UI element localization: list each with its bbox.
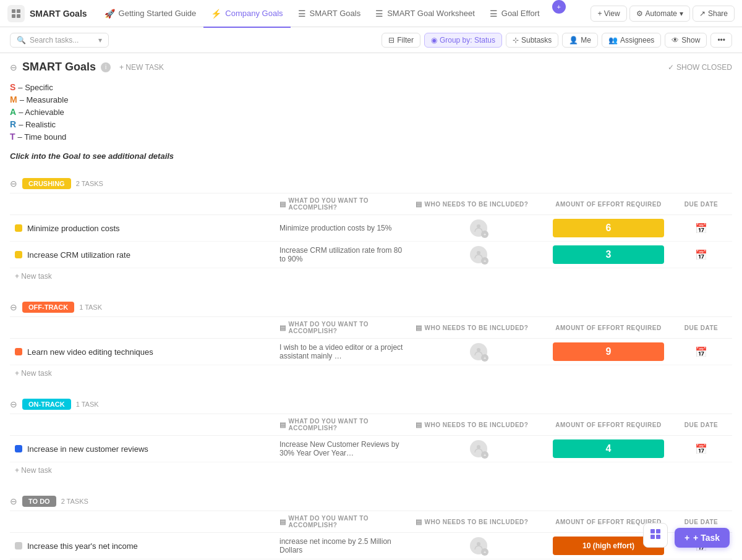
grid-view-button[interactable]: [643, 523, 668, 548]
new-task-row[interactable]: + New task: [10, 268, 732, 284]
table-row[interactable]: Learn new video editing techniques I wis…: [10, 339, 732, 365]
tab-smart-goals[interactable]: ☰ SMART Goals: [291, 1, 369, 28]
me-button[interactable]: 👤 Me: [562, 33, 598, 48]
subtasks-icon: ⊹: [513, 36, 519, 45]
col-who-to-do: ▤ Who needs to be included?: [411, 514, 547, 530]
task-name-cell: Minimize production costs: [10, 224, 275, 233]
task-what-cell: I wish to be a video editor or a project…: [275, 343, 411, 360]
subtasks-button[interactable]: ⊹ Subtasks: [506, 33, 558, 48]
app-icon: [7, 5, 25, 22]
assignees-icon: 👥: [608, 36, 618, 45]
svg-rect-10: [650, 529, 655, 533]
status-badge-on-track: ON-TRACK: [22, 399, 71, 410]
col-name-on-track: [10, 417, 275, 433]
table-row[interactable]: Minimize production costs Minimize produ…: [10, 215, 732, 242]
group-by-button[interactable]: ◉ Group by: Status: [424, 33, 502, 48]
calendar-icon[interactable]: 📅: [695, 346, 707, 358]
show-closed-button[interactable]: ✓ SHOW CLOSED: [668, 63, 732, 72]
automate-button[interactable]: ⚙ Automate ▾: [629, 6, 690, 22]
view-button[interactable]: + View: [591, 6, 626, 22]
effort-badge: 3: [553, 245, 664, 264]
share-icon: ↗: [699, 9, 706, 18]
table-row[interactable]: Increase CRM utilization rate Increase C…: [10, 242, 732, 268]
filter-button[interactable]: ⊟ Filter: [382, 33, 420, 48]
group-icon: ◉: [431, 36, 437, 45]
avatar: +: [470, 246, 487, 263]
tab-getting-started[interactable]: 🚀 Getting Started Guide: [97, 1, 204, 28]
calendar-icon[interactable]: 📅: [695, 443, 707, 455]
top-nav: SMART Goals 🚀 Getting Started Guide ⚡ Co…: [0, 0, 742, 27]
task-who-cell: +: [411, 537, 547, 554]
task-who-cell: +: [411, 219, 547, 237]
task-name-text: Minimize production costs: [27, 224, 120, 233]
plus-icon[interactable]: +: [552, 0, 566, 14]
more-button[interactable]: •••: [710, 33, 732, 48]
who-icon: ▤: [416, 324, 422, 332]
new-task-button[interactable]: + NEW TASK: [116, 62, 168, 73]
task-name-cell: Increase this year's net income: [10, 541, 275, 551]
col-due-off-track: Due Date: [670, 320, 732, 336]
status-group-off-track: ⊖ OFF-TRACK 1 TASK ▤ What do you want to…: [10, 297, 732, 381]
calendar-icon[interactable]: 📅: [695, 223, 707, 234]
svg-rect-12: [650, 535, 655, 539]
task-name-cell: Increase in new customer reviews: [10, 444, 275, 454]
col-who-on-track: ▤ Who needs to be included?: [411, 417, 547, 433]
info-icon[interactable]: i: [101, 62, 111, 72]
table-row[interactable]: Increase in new customer reviews Increas…: [10, 436, 732, 462]
task-name-text: Increase in new customer reviews: [27, 444, 148, 454]
col-what-off-track: ▤ What do you want to accomplish?: [275, 320, 411, 336]
task-name-text: Learn new video editing techniques: [27, 347, 153, 357]
svg-point-5: [477, 251, 480, 255]
section-collapse-btn[interactable]: ⊖: [10, 62, 17, 72]
col-name-to-do: [10, 514, 275, 530]
eye-icon: 👁: [672, 36, 679, 45]
status-badge-to-do: TO DO: [22, 496, 56, 507]
group-collapse-to-do[interactable]: ⊖: [10, 496, 17, 506]
col-who-crushing: ▤ Who needs to be included?: [411, 196, 547, 212]
col-name-off-track: [10, 320, 275, 336]
main-content: ⊖ CRUSHING 2 TASKS ▤ What do you want to…: [0, 173, 742, 560]
task-who-cell: +: [411, 343, 547, 360]
effort-badge: 9: [553, 342, 664, 361]
new-task-row[interactable]: + New task: [10, 365, 732, 381]
new-task-row[interactable]: + New task: [10, 462, 732, 478]
toolbar-right: ⊟ Filter ◉ Group by: Status ⊹ Subtasks 👤…: [382, 33, 732, 48]
section-header: ⊖ SMART Goals i + NEW TASK ✓ SHOW CLOSED: [0, 53, 742, 76]
task-effort-cell: 4: [547, 439, 670, 458]
tab-smart-worksheet[interactable]: ☰ SMART Goal Worksheet: [368, 1, 482, 28]
task-what-cell: Increase CRM utilization rate from 80 to…: [275, 246, 411, 263]
assignees-button[interactable]: 👥 Assignees: [602, 33, 661, 48]
show-button[interactable]: 👁 Show: [665, 33, 707, 48]
svg-rect-11: [656, 529, 660, 533]
table-row[interactable]: Increase this year's net income increase…: [10, 533, 732, 559]
me-icon: 👤: [569, 36, 578, 45]
smart-a: A – Achievable: [10, 106, 732, 118]
search-box[interactable]: 🔍 Search tasks... ▾: [10, 33, 109, 48]
smart-goals-tab-icon: ☰: [298, 9, 306, 19]
tab-company-goals[interactable]: ⚡ Company Goals: [203, 1, 290, 28]
group-collapse-off-track[interactable]: ⊖: [10, 302, 17, 312]
col-effort-on-track: Amount of Effort Required: [547, 417, 670, 433]
calendar-icon[interactable]: 📅: [695, 249, 707, 261]
automate-chevron-icon: ▾: [680, 9, 683, 18]
check-icon: ✓: [668, 63, 674, 72]
svg-rect-2: [12, 14, 15, 18]
col-name-crushing: [10, 196, 275, 212]
group-collapse-crushing[interactable]: ⊖: [10, 179, 17, 189]
filter-icon: ⊟: [388, 36, 394, 45]
nav-actions: + View ⚙ Automate ▾ ↗ Share: [591, 6, 735, 22]
col-what-to-do: ▤ What do you want to accomplish?: [275, 514, 411, 530]
who-plus-icon: +: [481, 548, 488, 556]
smart-worksheet-icon: ☰: [375, 9, 383, 19]
task-due-cell: 📅: [670, 443, 732, 455]
share-button[interactable]: ↗ Share: [693, 6, 735, 22]
toolbar: 🔍 Search tasks... ▾ ⊟ Filter ◉ Group by:…: [0, 27, 742, 53]
avatar: +: [470, 343, 487, 360]
add-task-button[interactable]: + + Task: [675, 528, 730, 548]
svg-rect-13: [656, 535, 660, 539]
status-row-crushing: ⊖ CRUSHING 2 TASKS: [10, 173, 732, 193]
group-collapse-on-track[interactable]: ⊖: [10, 399, 17, 409]
tab-goal-effort[interactable]: ☰ Goal Effort: [482, 1, 547, 28]
col-due-on-track: Due Date: [670, 417, 732, 433]
avatar: +: [470, 537, 487, 554]
